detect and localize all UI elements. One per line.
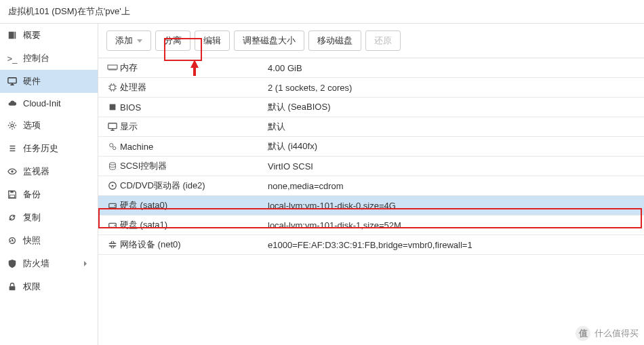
hw-value: local-lvm:vm-101-disk-1,size=52M: [268, 220, 637, 230]
hw-label: 网络设备 (net0): [120, 239, 268, 251]
move-disk-button[interactable]: 移动磁盘: [308, 31, 361, 51]
list-icon: [7, 144, 18, 153]
edit-button-label: 编辑: [203, 35, 221, 47]
sidebar-item-label: 选项: [23, 119, 41, 131]
detach-button[interactable]: 分离: [155, 31, 190, 51]
svg-rect-8: [110, 104, 116, 110]
hw-row-bios[interactable]: BIOS 默认 (SeaBIOS): [98, 98, 644, 117]
sidebar-item-options[interactable]: 选项: [0, 114, 98, 137]
cdrom-icon: [105, 181, 120, 190]
hdd-icon: [105, 220, 120, 230]
add-button[interactable]: 添加: [106, 31, 151, 51]
chip-icon: [105, 102, 120, 112]
hw-row-cdrom[interactable]: CD/DVD驱动器 (ide2) none,media=cdrom: [98, 176, 644, 196]
sidebar-item-label: 任务历史: [23, 142, 58, 155]
svg-point-10: [110, 144, 113, 147]
hw-value: 2 (1 sockets, 2 cores): [268, 83, 637, 93]
sidebar-item-hardware[interactable]: 硬件: [0, 70, 98, 93]
sidebar-item-label: 快照: [23, 235, 41, 247]
chevron-right-icon: [80, 261, 91, 266]
sidebar-item-label: 概要: [23, 29, 41, 41]
sidebar-item-firewall[interactable]: 防火墙: [0, 252, 98, 275]
svg-point-11: [113, 146, 115, 149]
move-disk-button-label: 移动磁盘: [317, 35, 353, 47]
display-icon: [105, 122, 120, 131]
chevron-down-icon: [137, 39, 142, 43]
hw-label: 硬盘 (sata0): [120, 199, 268, 211]
add-button-label: 添加: [115, 35, 133, 47]
svg-rect-3: [10, 195, 15, 198]
sidebar-item-label: 权限: [23, 281, 41, 293]
lock-icon: [7, 282, 18, 291]
eye-icon: [7, 167, 18, 176]
hw-row-cpu[interactable]: 处理器 2 (1 sockets, 2 cores): [98, 78, 644, 98]
book-icon: [7, 31, 18, 40]
svg-rect-0: [8, 78, 16, 83]
sidebar-item-summary[interactable]: 概要: [0, 24, 98, 47]
sidebar-item-label: 硬件: [23, 75, 41, 87]
hw-row-net0[interactable]: 网络设备 (net0) e1000=FE:AF:D3:3C:91:FB,brid…: [98, 235, 644, 255]
sidebar-item-snapshots[interactable]: 快照: [0, 229, 98, 252]
hdd-icon: [105, 201, 120, 210]
sidebar: 概要 >_ 控制台 硬件 Cloud-Init 选项: [0, 24, 98, 345]
sidebar-item-replication[interactable]: 复制: [0, 206, 98, 229]
sidebar-item-monitor[interactable]: 监视器: [0, 160, 98, 183]
hw-row-scsi[interactable]: SCSI控制器 VirtIO SCSI: [98, 157, 644, 176]
svg-rect-6: [108, 65, 117, 69]
watermark: 值 什么值得买: [576, 326, 639, 341]
sidebar-item-label: 复制: [23, 211, 41, 224]
database-icon: [105, 161, 120, 171]
shield-icon: [7, 259, 18, 268]
sidebar-item-label: 控制台: [23, 52, 49, 64]
svg-rect-4: [10, 191, 13, 193]
hw-value: none,media=cdrom: [268, 181, 637, 191]
save-icon: [7, 190, 18, 199]
history-icon: [7, 236, 18, 245]
hw-value: 默认 (i440fx): [268, 140, 637, 153]
restore-button-label: 还原: [374, 35, 392, 47]
svg-rect-5: [9, 286, 16, 290]
watermark-text: 什么值得买: [595, 327, 639, 340]
sidebar-item-permissions[interactable]: 权限: [0, 275, 98, 298]
desktop-icon: [7, 77, 18, 86]
hw-label: 内存: [120, 62, 268, 74]
detach-button-label: 分离: [164, 35, 182, 47]
network-icon: [105, 240, 120, 249]
hw-value: VirtIO SCSI: [268, 161, 637, 171]
replication-icon: [7, 213, 18, 222]
title-text: 虚拟机101 (DSM)在节点'pve'上: [8, 6, 130, 16]
sidebar-item-backup[interactable]: 备份: [0, 183, 98, 206]
sidebar-item-console[interactable]: >_ 控制台: [0, 47, 98, 70]
hw-row-disk-sata1[interactable]: 硬盘 (sata1) local-lvm:vm-101-disk-1,size=…: [98, 216, 644, 235]
terminal-icon: >_: [7, 54, 18, 64]
svg-point-1: [11, 124, 14, 127]
memory-icon: [105, 64, 120, 72]
hw-row-display[interactable]: 显示 默认: [98, 117, 644, 137]
hw-value: e1000=FE:AF:D3:3C:91:FB,bridge=vmbr0,fir…: [268, 240, 637, 250]
hw-row-machine[interactable]: Machine 默认 (i440fx): [98, 137, 644, 157]
cogs-icon: [105, 142, 120, 151]
svg-point-16: [115, 205, 116, 207]
hw-row-disk-sata0[interactable]: 硬盘 (sata0) local-lvm:vm-101-disk-0,size=…: [98, 196, 644, 216]
sidebar-item-taskhistory[interactable]: 任务历史: [0, 137, 98, 160]
resize-disk-button-label: 调整磁盘大小: [243, 35, 296, 47]
sidebar-item-label: 防火墙: [23, 258, 49, 270]
hw-label: 显示: [120, 121, 268, 133]
svg-point-18: [115, 225, 116, 226]
svg-point-14: [112, 185, 114, 187]
edit-button[interactable]: 编辑: [195, 31, 230, 51]
hardware-list: 内存 4.00 GiB 处理器 2 (1 sockets, 2 cores) B…: [98, 58, 644, 345]
hw-label: 硬盘 (sata1): [120, 219, 268, 231]
restore-button[interactable]: 还原: [365, 31, 401, 51]
main-panel: 添加 分离 编辑 调整磁盘大小 移动磁盘 还原 内存 4.00: [98, 24, 644, 345]
svg-point-12: [110, 163, 116, 165]
hw-value: 4.00 GiB: [268, 63, 637, 73]
hw-value: local-lvm:vm-101-disk-0,size=4G: [268, 201, 637, 211]
resize-disk-button[interactable]: 调整磁盘大小: [234, 31, 304, 51]
hw-label: CD/DVD驱动器 (ide2): [120, 180, 268, 192]
gear-icon: [7, 121, 18, 130]
sidebar-item-label: 备份: [23, 188, 41, 201]
hw-row-memory[interactable]: 内存 4.00 GiB: [98, 58, 644, 78]
svg-rect-7: [110, 85, 115, 90]
sidebar-item-cloudinit[interactable]: Cloud-Init: [0, 93, 98, 114]
